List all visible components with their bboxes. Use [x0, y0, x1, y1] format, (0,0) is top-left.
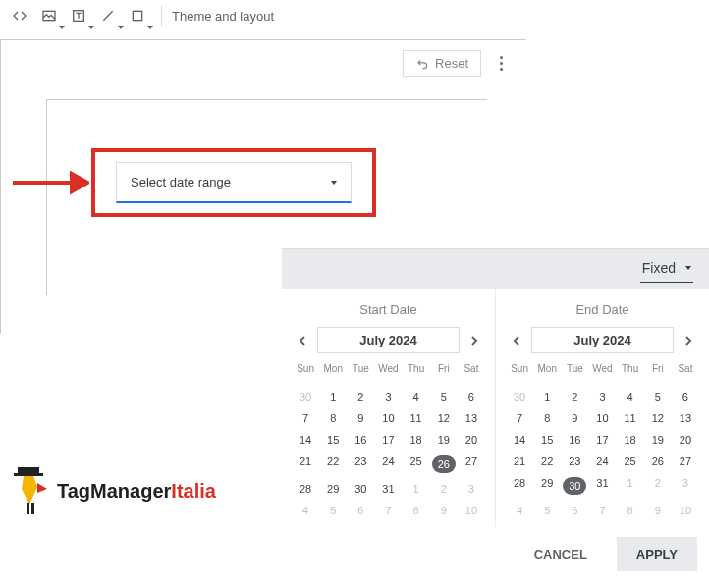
prev-month-button[interactable] — [506, 330, 527, 351]
range-type-select[interactable]: Fixed — [640, 256, 693, 283]
calendar-day[interactable]: 16 — [347, 429, 374, 451]
calendar-day[interactable]: 2 — [644, 472, 672, 500]
calendar-day[interactable]: 5 — [319, 500, 347, 521]
calendar-day[interactable]: 9 — [644, 500, 672, 521]
calendar-day[interactable]: 14 — [506, 429, 533, 451]
calendar-day[interactable]: 18 — [617, 429, 644, 451]
calendar-day[interactable]: 3 — [588, 386, 616, 407]
prev-month-button[interactable] — [292, 330, 313, 351]
calendar-day[interactable]: 25 — [403, 451, 430, 478]
image-tool[interactable] — [35, 2, 63, 29]
calendar-day[interactable]: 23 — [347, 451, 374, 478]
calendar-day[interactable]: 25 — [617, 451, 644, 472]
shape-tool[interactable] — [124, 2, 151, 29]
calendar-day[interactable]: 13 — [672, 407, 699, 429]
calendar-day[interactable]: 11 — [403, 407, 430, 429]
calendar-day[interactable]: 29 — [533, 472, 561, 500]
calendar-day[interactable]: 30 — [561, 472, 588, 500]
calendar-day[interactable]: 20 — [458, 429, 485, 451]
calendar-day[interactable]: 4 — [617, 386, 644, 407]
calendar-day[interactable]: 20 — [672, 429, 699, 451]
calendar-day[interactable]: 9 — [347, 407, 374, 429]
calendar-day[interactable]: 28 — [506, 472, 533, 500]
calendar-day[interactable]: 23 — [561, 451, 588, 472]
calendar-day[interactable]: 2 — [430, 478, 458, 500]
calendar-day[interactable]: 31 — [588, 472, 616, 500]
calendar-day[interactable]: 15 — [533, 429, 561, 451]
calendar-day[interactable]: 22 — [533, 451, 561, 472]
calendar-day[interactable]: 30 — [347, 478, 374, 500]
next-month-button[interactable] — [464, 330, 485, 351]
calendar-day[interactable]: 5 — [644, 386, 672, 407]
calendar-day[interactable]: 26 — [430, 451, 458, 478]
calendar-day[interactable]: 6 — [347, 500, 374, 521]
end-month-select[interactable]: July 2024 — [531, 327, 674, 353]
date-range-control[interactable]: Select date range — [116, 162, 352, 203]
start-month-select[interactable]: July 2024 — [317, 327, 460, 353]
calendar-day[interactable]: 2 — [347, 386, 374, 407]
calendar-day[interactable]: 12 — [644, 407, 672, 429]
calendar-day[interactable]: 28 — [292, 478, 319, 500]
calendar-day[interactable]: 6 — [672, 386, 699, 407]
text-tool[interactable] — [65, 2, 92, 29]
calendar-day[interactable]: 31 — [374, 478, 402, 500]
calendar-day[interactable]: 7 — [506, 407, 533, 429]
calendar-day[interactable]: 21 — [506, 451, 533, 472]
code-tool[interactable] — [6, 2, 33, 29]
calendar-day[interactable]: 10 — [672, 500, 699, 521]
apply-button[interactable]: APPLY — [617, 537, 697, 571]
calendar-day[interactable]: 6 — [458, 386, 485, 407]
calendar-day[interactable]: 1 — [533, 386, 561, 407]
calendar-day[interactable]: 16 — [561, 429, 588, 451]
calendar-day[interactable]: 24 — [374, 451, 402, 478]
calendar-day[interactable]: 19 — [430, 429, 458, 451]
calendar-day[interactable]: 9 — [430, 500, 458, 521]
calendar-day[interactable]: 17 — [588, 429, 616, 451]
calendar-day[interactable]: 5 — [430, 386, 458, 407]
calendar-day[interactable]: 17 — [374, 429, 402, 451]
calendar-day[interactable]: 7 — [588, 500, 616, 521]
calendar-day[interactable]: 3 — [458, 478, 485, 500]
calendar-day[interactable]: 8 — [533, 407, 561, 429]
calendar-day[interactable]: 24 — [588, 451, 616, 472]
calendar-day[interactable]: 30 — [506, 386, 533, 407]
calendar-day[interactable]: 27 — [672, 451, 699, 472]
calendar-day[interactable]: 21 — [292, 451, 319, 478]
calendar-day[interactable]: 4 — [403, 386, 430, 407]
calendar-day[interactable]: 8 — [319, 407, 347, 429]
calendar-day[interactable]: 22 — [319, 451, 347, 478]
calendar-day[interactable]: 4 — [506, 500, 533, 521]
cancel-button[interactable]: CANCEL — [515, 537, 607, 571]
calendar-day[interactable]: 1 — [319, 386, 347, 407]
calendar-day[interactable]: 1 — [617, 472, 644, 500]
calendar-day[interactable]: 19 — [644, 429, 672, 451]
calendar-day[interactable]: 10 — [458, 500, 485, 521]
calendar-day[interactable]: 11 — [617, 407, 644, 429]
next-month-button[interactable] — [678, 330, 699, 351]
calendar-day[interactable]: 4 — [292, 500, 319, 521]
more-options-button[interactable] — [489, 56, 513, 71]
reset-button[interactable]: Reset — [403, 50, 481, 77]
calendar-day[interactable]: 27 — [458, 451, 485, 478]
calendar-day[interactable]: 3 — [672, 472, 699, 500]
theme-layout-button[interactable]: Theme and layout — [172, 9, 274, 24]
calendar-day[interactable]: 5 — [533, 500, 561, 521]
calendar-day[interactable]: 26 — [644, 451, 672, 472]
calendar-day[interactable]: 29 — [319, 478, 347, 500]
calendar-day[interactable]: 8 — [617, 500, 644, 521]
calendar-day[interactable]: 12 — [430, 407, 458, 429]
calendar-day[interactable]: 15 — [319, 429, 347, 451]
calendar-day[interactable]: 10 — [374, 407, 402, 429]
calendar-day[interactable]: 7 — [374, 500, 402, 521]
calendar-day[interactable]: 1 — [403, 478, 430, 500]
calendar-day[interactable]: 3 — [374, 386, 402, 407]
calendar-day[interactable]: 8 — [403, 500, 430, 521]
calendar-day[interactable]: 10 — [588, 407, 616, 429]
calendar-day[interactable]: 14 — [292, 429, 319, 451]
line-tool[interactable] — [94, 2, 122, 29]
calendar-day[interactable]: 18 — [403, 429, 430, 451]
calendar-day[interactable]: 30 — [292, 386, 319, 407]
calendar-day[interactable]: 2 — [561, 386, 588, 407]
calendar-day[interactable]: 7 — [292, 407, 319, 429]
calendar-day[interactable]: 6 — [561, 500, 588, 521]
